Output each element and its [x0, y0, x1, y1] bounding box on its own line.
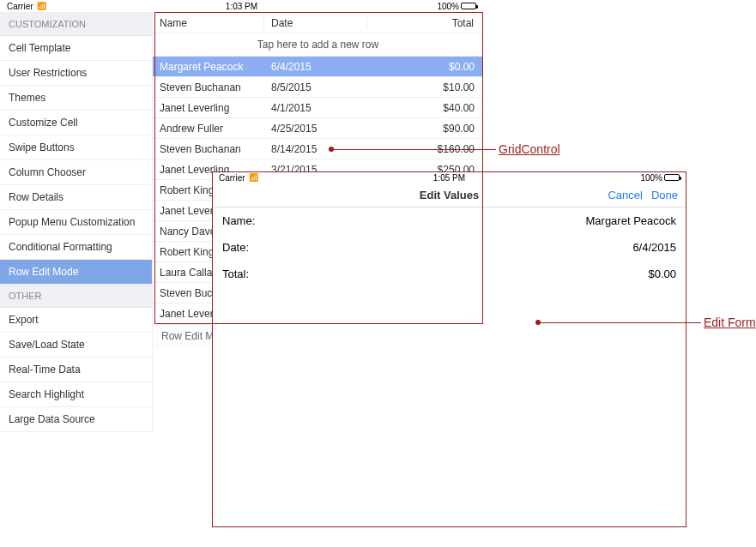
- form-label: Total:: [222, 267, 249, 280]
- carrier-label: Carrier: [219, 173, 245, 183]
- sidebar-item[interactable]: Popup Menu Customization: [0, 210, 152, 235]
- table-row[interactable]: Margaret Peacock6/4/2015$0.00: [153, 57, 483, 77]
- cell-name: Janet Leverling: [153, 102, 264, 114]
- sidebar-item[interactable]: User Restrictions: [0, 61, 152, 86]
- cancel-button[interactable]: Cancel: [608, 189, 642, 201]
- battery-icon: [664, 174, 680, 181]
- grid-header-row: Name Date Total: [153, 13, 483, 33]
- battery-pct: 100%: [437, 2, 459, 11]
- sidebar-item[interactable]: Row Details: [0, 185, 152, 210]
- sidebar-item[interactable]: Swipe Buttons: [0, 135, 152, 160]
- cell-name: Andrew Fuller: [153, 123, 264, 135]
- edit-title: Edit Values: [298, 189, 601, 201]
- sidebar-item[interactable]: Column Chooser: [0, 160, 152, 185]
- table-row[interactable]: Janet Leverling4/1/2015$40.00: [153, 98, 483, 118]
- cell-date: 4/25/2015: [264, 123, 367, 135]
- wifi-icon: 📶: [249, 173, 258, 182]
- wifi-icon: 📶: [37, 2, 46, 10]
- form-row[interactable]: Total:$0.00: [212, 261, 686, 287]
- form-value: 6/4/2015: [632, 241, 676, 254]
- annotation-label-grid: GridControl: [499, 142, 560, 156]
- battery-icon: [461, 3, 476, 9]
- annotation-dot-form: [535, 320, 541, 325]
- done-button[interactable]: Done: [651, 189, 678, 201]
- sidebar-item[interactable]: Search Highlight: [0, 382, 152, 407]
- sidebar-item[interactable]: Cell Template: [0, 36, 152, 61]
- sidebar-item[interactable]: Row Edit Mode: [0, 260, 152, 285]
- annotation-label-form: Edit Form: [704, 316, 756, 329]
- carrier-label: Carrier: [7, 2, 33, 11]
- sidebar-item[interactable]: Export: [0, 308, 152, 333]
- sidebar-item[interactable]: Customize Cell: [0, 111, 152, 135]
- cell-date: 6/4/2015: [264, 61, 367, 73]
- form-row[interactable]: Date:6/4/2015: [212, 234, 686, 261]
- cell-date: 4/1/2015: [264, 102, 367, 114]
- battery-pct: 100%: [640, 173, 662, 183]
- annotation-line-grid: [331, 149, 496, 150]
- cell-total: $90.00: [367, 123, 483, 135]
- cell-total: $10.00: [367, 81, 483, 93]
- cell-name: Steven Buchanan: [153, 143, 264, 155]
- cell-name: Margaret Peacock: [153, 61, 264, 73]
- sidebar-item[interactable]: Conditional Formatting: [0, 235, 152, 260]
- sidebar: CUSTOMIZATIONCell TemplateUser Restricti…: [0, 13, 153, 432]
- col-header-total[interactable]: Total: [367, 17, 483, 29]
- status-bar-front: Carrier 📶 1:05 PM 100%: [212, 171, 686, 183]
- status-bar-back: Carrier 📶 1:03 PM 100%: [0, 0, 483, 12]
- col-header-date[interactable]: Date: [264, 17, 367, 29]
- annotation-dot-grid: [329, 147, 334, 152]
- table-row[interactable]: Andrew Fuller4/25/2015$90.00: [153, 118, 483, 139]
- form-value: $0.00: [648, 267, 676, 280]
- form-label: Name:: [222, 214, 255, 227]
- table-row[interactable]: Steven Buchanan8/5/2015$10.00: [153, 77, 483, 98]
- col-header-name[interactable]: Name: [153, 17, 264, 29]
- time-label: 1:03 PM: [226, 2, 257, 11]
- form-label: Date:: [222, 241, 249, 254]
- sidebar-item[interactable]: Themes: [0, 86, 152, 111]
- cell-date: 8/5/2015: [264, 81, 367, 93]
- front-device: Carrier 📶 1:05 PM 100% Edit Values Cance…: [212, 171, 686, 527]
- sidebar-item[interactable]: Save/Load State: [0, 333, 152, 358]
- sidebar-item[interactable]: Real-Time Data: [0, 358, 152, 382]
- edit-navbar: Edit Values Cancel Done: [212, 183, 686, 207]
- cell-name: Steven Buchanan: [153, 81, 264, 93]
- sidebar-item[interactable]: Large Data Source: [0, 407, 152, 432]
- time-label: 1:05 PM: [433, 173, 465, 183]
- new-row-button[interactable]: Tap here to add a new row: [153, 33, 483, 57]
- cell-total: $40.00: [367, 102, 483, 114]
- cell-total: $0.00: [367, 61, 483, 73]
- annotation-line-form: [538, 322, 701, 323]
- form-row[interactable]: Name:Margaret Peacock: [212, 207, 686, 234]
- section-header: CUSTOMIZATION: [0, 13, 152, 36]
- section-header: OTHER: [0, 285, 152, 308]
- form-value: Margaret Peacock: [586, 214, 677, 227]
